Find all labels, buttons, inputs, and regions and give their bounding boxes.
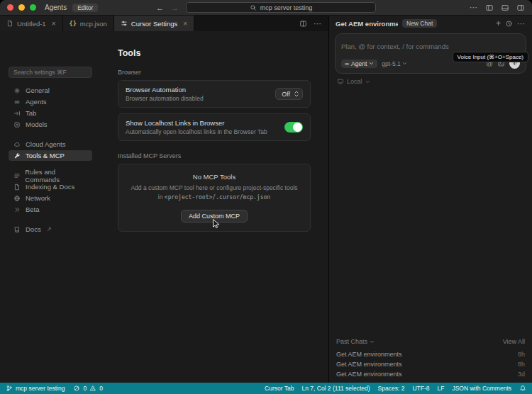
status-eol[interactable]: LF [437, 385, 444, 392]
workspace-scope-selector[interactable]: Local [337, 78, 524, 85]
past-chat-time: 8h [518, 351, 525, 358]
browser-automation-title: Browser Automation [126, 86, 204, 94]
localhost-links-title: Show Localhost Links in Browser [126, 119, 267, 127]
titlebar-search[interactable]: mcp server testing [186, 2, 376, 13]
mouse-cursor [212, 219, 221, 229]
book-icon [13, 226, 21, 233]
sidebar-item-label: Network [26, 194, 50, 202]
sidebar-item-label: Tools & MCP [26, 152, 65, 159]
gear-icon [13, 87, 21, 94]
models-box-icon [13, 121, 21, 128]
past-chat-item[interactable]: Get AEM environments 3d [336, 369, 525, 379]
sidebar-item-cloud-agents[interactable]: Cloud Agents [9, 139, 92, 150]
sidebar-item-models[interactable]: Models [9, 119, 92, 130]
mcp-config-path: <project-root>/.cursor/mcp.json [165, 194, 270, 201]
agent-mode-label: Agent [351, 60, 367, 67]
local-machine-icon [337, 78, 344, 85]
new-chat-button[interactable]: + [496, 20, 501, 27]
tab-arrow-icon [13, 110, 21, 117]
app-window: Agents Editor ← → mcp server testing ⋯ U… [0, 0, 532, 394]
settings-search-input[interactable] [9, 67, 92, 78]
editor-more-icon[interactable]: ⋯ [314, 19, 322, 28]
search-icon [250, 4, 257, 11]
titlebar-search-text: mcp server testing [260, 4, 313, 11]
localhost-links-toggle[interactable] [284, 122, 303, 133]
warnings-count: 0 [99, 385, 103, 392]
editor-mode-badge[interactable]: Editor [72, 4, 98, 12]
status-language-mode[interactable]: JSON with Comments [452, 385, 511, 392]
sidebar-item-tab[interactable]: Tab [9, 108, 92, 118]
browser-automation-row: Browser Automation Browser automation di… [118, 80, 311, 108]
sidebar-item-docs[interactable]: Docs ↗ [9, 224, 92, 235]
sidebar-item-agents[interactable]: ∞ Agents [9, 96, 92, 107]
browser-section-label: Browser [118, 69, 328, 76]
localhost-links-row: Show Localhost Links in Browser Automati… [118, 113, 311, 141]
panel-bottom-icon[interactable] [501, 4, 509, 12]
status-encoding[interactable]: UTF-8 [412, 385, 429, 392]
status-cursor-position[interactable]: Ln 7, Col 2 (111 selected) [301, 385, 370, 392]
diagnostics-indicator[interactable]: 0 0 [73, 385, 102, 392]
chat-title[interactable]: Get AEM environments [336, 20, 398, 28]
view-all-link[interactable]: View All [503, 338, 525, 345]
sidebar-item-label: Models [26, 120, 48, 128]
branch-indicator[interactable]: mcp server testing [6, 385, 65, 392]
sidebar-item-label: Agents [26, 98, 47, 106]
tab-close-icon[interactable]: × [52, 20, 56, 28]
minimize-window-button[interactable] [18, 4, 25, 11]
split-editor-icon[interactable] [299, 20, 307, 28]
history-icon[interactable] [505, 20, 513, 28]
past-chats-title[interactable]: Past Chats [336, 338, 367, 345]
more-actions-icon[interactable]: ⋯ [470, 3, 478, 12]
past-chat-title: Get AEM environments [336, 351, 402, 358]
mcp-empty-state: No MCP Tools Add a custom MCP tool here … [118, 164, 311, 232]
sidebar-item-general[interactable]: General [9, 85, 92, 96]
settings-sliders-icon [121, 20, 128, 27]
agent-mode-selector[interactable]: ∞ Agent [341, 60, 377, 68]
status-indentation[interactable]: Spaces: 2 [378, 385, 405, 392]
bell-icon[interactable] [519, 385, 526, 392]
tab-close-icon[interactable]: × [183, 20, 187, 28]
chat-more-icon[interactable]: ⋯ [517, 19, 526, 28]
tab-label: Cursor Settings [131, 20, 177, 28]
browser-automation-select[interactable]: Off [275, 88, 303, 100]
tab-cursor-settings[interactable]: Cursor Settings × [114, 16, 194, 31]
forward-arrow-icon[interactable]: → [171, 4, 179, 12]
agents-label: Agents [45, 4, 67, 11]
chat-header: Get AEM environments New Chat + ⋯ [329, 16, 532, 31]
sidebar-item-label: Docs [26, 225, 41, 233]
sidebar-item-network[interactable]: Network [9, 193, 92, 203]
zoom-window-button[interactable] [30, 4, 36, 11]
past-chat-item[interactable]: Get AEM environments 8h [336, 359, 525, 369]
sidebar-item-rules-commands[interactable]: Rules and Commands [9, 170, 92, 181]
traffic-lights [7, 4, 36, 11]
status-cursor-tab[interactable]: Cursor Tab [265, 385, 294, 392]
sidebar-item-label: General [26, 86, 50, 94]
back-arrow-icon[interactable]: ← [156, 4, 164, 12]
tab-label: mcp.json [80, 20, 107, 28]
tab-label: Untitled-1 [17, 20, 46, 28]
chat-input[interactable] [341, 43, 520, 50]
panel-left-icon[interactable] [485, 4, 494, 12]
model-selector[interactable]: gpt-5.1 [382, 60, 406, 67]
sidebar-item-beta[interactable]: Beta [9, 204, 92, 215]
mcp-empty-title: No MCP Tools [128, 173, 300, 181]
past-chat-item[interactable]: Get AEM environments 8h [336, 349, 525, 359]
warnings-icon [89, 385, 96, 392]
branch-name: mcp server testing [16, 385, 65, 392]
new-chat-tab[interactable]: New Chat [402, 19, 437, 28]
chevron-down-icon [369, 61, 374, 66]
sidebar-item-label: Beta [26, 206, 40, 213]
sidebar-item-tools-mcp[interactable]: Tools & MCP [9, 150, 92, 161]
tab-untitled-1[interactable]: Untitled-1 × [0, 16, 63, 31]
status-bar: mcp server testing 0 0 Cursor Tab Ln 7, … [0, 383, 532, 394]
sidebar-item-label: Cloud Agents [26, 140, 66, 148]
close-window-button[interactable] [7, 4, 13, 11]
file-icon [6, 20, 13, 27]
infinity-icon: ∞ [345, 60, 349, 67]
branch-icon [6, 385, 13, 392]
errors-count: 0 [83, 385, 87, 392]
chevrons-right-icon [13, 206, 21, 213]
panel-right-icon[interactable] [516, 4, 525, 12]
tab-mcp-json[interactable]: {} mcp.json [63, 16, 114, 31]
select-value: Off [282, 91, 290, 98]
